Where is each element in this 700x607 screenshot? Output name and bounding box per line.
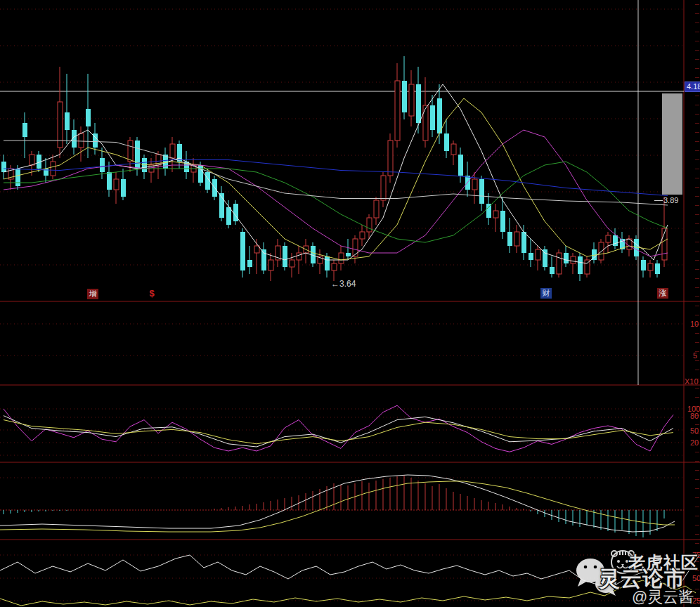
crosshair-price-tag: 4.18 <box>685 81 700 92</box>
kdj-axis-label-50: 50 <box>690 426 699 436</box>
marker-zeng-flag[interactable]: 增 <box>87 289 98 299</box>
kdj-axis-label-20: 20 <box>690 438 699 448</box>
low-annotation: ←3.64 <box>331 280 356 289</box>
watermark-signature: @灵云酱 <box>632 587 694 607</box>
kline-chart-svg <box>0 0 700 607</box>
stock-chart-screen: { "window": {"width": 996, "height": 864… <box>0 0 700 607</box>
marker-cai-flag[interactable]: 财 <box>540 288 552 299</box>
volume-axis-label-5: 5 <box>693 351 697 360</box>
osc-axis-label-50: 50 <box>692 574 700 583</box>
volume-axis-label-10: 10 <box>690 320 699 329</box>
kdj-axis-label-80: 80 <box>690 412 699 421</box>
ma60-pointer-line <box>654 200 663 201</box>
marker-zhang-flag[interactable]: 涨 <box>657 288 668 299</box>
ma60-value-label: 3.89 <box>663 196 678 205</box>
volume-axis-unit: X10 <box>685 377 699 386</box>
chart-canvas[interactable] <box>0 0 700 607</box>
marker-dollar-flag[interactable]: $ <box>146 288 157 299</box>
